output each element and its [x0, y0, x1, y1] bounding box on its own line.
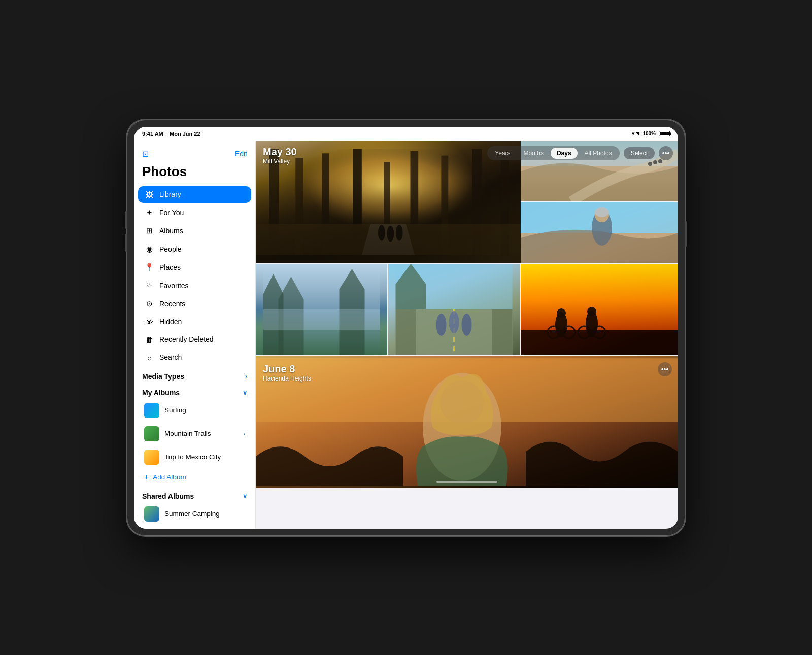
sidebar-item-label: People: [159, 245, 182, 253]
mountain-trails-thumbnail: [144, 426, 159, 441]
sidebar-header: ⊡ Edit: [134, 147, 255, 163]
sidebar-item-recently-deleted[interactable]: 🗑 Recently Deleted: [138, 331, 251, 348]
status-time: 9:41 AM Mon Jun 22: [142, 131, 200, 137]
mexico-thumbnail: [144, 450, 159, 465]
summer-camping-thumbnail: [144, 506, 159, 522]
album-surfing[interactable]: Surfing: [138, 399, 251, 422]
silhouette-cyclists-photo[interactable]: [521, 264, 678, 355]
album-summer-camping[interactable]: Summer Camping: [138, 503, 251, 525]
sidebar-item-label: Hidden: [159, 318, 182, 326]
power-button[interactable]: [685, 221, 687, 247]
mountain-trails-label: Mountain Trails: [164, 430, 238, 437]
sidebar-item-label: For You: [159, 209, 184, 217]
svg-rect-4: [353, 149, 361, 255]
shared-albums-label: Shared Albums: [142, 492, 194, 500]
sidebar-item-label: Albums: [159, 227, 183, 235]
ipad-frame: 9:41 AM Mon Jun 22 ▾ ◥ 100% ⊡ Edit P: [127, 120, 685, 536]
edit-button[interactable]: Edit: [235, 150, 247, 158]
select-button[interactable]: Select: [624, 147, 655, 159]
sidebar-item-label: Recents: [159, 300, 185, 308]
sidebar-item-library[interactable]: 🖼 Library: [138, 186, 251, 203]
media-types-section-header[interactable]: Media Types ›: [134, 366, 255, 383]
sidebar-toggle-icon[interactable]: ⊡: [142, 149, 149, 159]
battery-icon: [659, 131, 670, 136]
library-icon: 🖼: [144, 190, 154, 199]
status-indicators: ▾ ◥ 100%: [632, 131, 670, 136]
photo-grid[interactable]: May 30 Mill Valley Years Months Days All…: [256, 141, 678, 529]
sidebar-title: Photos: [134, 163, 255, 186]
svg-point-14: [396, 225, 403, 240]
volume-up-button[interactable]: [125, 211, 127, 229]
favorites-icon: ♡: [144, 281, 154, 290]
media-types-label: Media Types: [142, 372, 184, 381]
shared-albums-section-header[interactable]: Shared Albums ∨: [134, 486, 255, 502]
album-sarahs-baby[interactable]: Sarah's Baby Shower: [138, 526, 251, 529]
recents-icon: ⊙: [144, 299, 154, 308]
surfing-thumbnail: [144, 403, 159, 418]
svg-rect-6: [411, 151, 419, 254]
add-album-label: Add Album: [153, 473, 186, 481]
svg-rect-10: [256, 224, 521, 255]
svg-point-31: [436, 314, 447, 336]
my-albums-section-header[interactable]: My Albums ∨: [134, 383, 255, 399]
add-album-button[interactable]: + Add Album: [138, 469, 251, 486]
sidebar-item-hidden[interactable]: 👁 Hidden: [138, 314, 251, 330]
svg-rect-7: [441, 155, 448, 255]
may30-section: May 30 Mill Valley Years Months Days All…: [256, 141, 678, 355]
portrait-photo: [256, 356, 678, 488]
sidebar-item-search[interactable]: ⌕ Search: [138, 349, 251, 366]
trash-icon: 🗑: [144, 335, 154, 344]
more-options-button[interactable]: •••: [659, 146, 673, 160]
cyclists-road-photo[interactable]: [388, 264, 520, 355]
mexico-label: Trip to Mexico City: [164, 453, 245, 461]
svg-point-12: [378, 225, 385, 240]
sidebar-item-albums[interactable]: ⊞ Albums: [138, 222, 251, 239]
time-filter-group: Years Months Days All Photos: [487, 146, 619, 160]
for-you-icon: ✦: [144, 208, 154, 217]
june8-more-button[interactable]: •••: [658, 362, 672, 376]
sidebar-item-recents[interactable]: ⊙ Recents: [138, 295, 251, 313]
top-toolbar: Years Months Days All Photos Select •••: [487, 146, 673, 160]
album-mexico-city[interactable]: Trip to Mexico City: [138, 446, 251, 468]
wifi-icon: ▾ ◥: [632, 131, 640, 136]
svg-point-18: [653, 160, 657, 164]
svg-rect-26: [263, 309, 380, 330]
sidebar-item-people[interactable]: ◉ People: [138, 240, 251, 258]
add-icon: +: [144, 473, 149, 482]
surfing-label: Surfing: [164, 406, 245, 414]
hidden-icon: 👁: [144, 318, 154, 326]
status-bar: 9:41 AM Mon Jun 22 ▾ ◥ 100%: [134, 127, 678, 141]
content-area: May 30 Mill Valley Years Months Days All…: [256, 141, 678, 529]
filter-days[interactable]: Days: [551, 148, 578, 159]
sidebar: ⊡ Edit Photos 🖼 Library ✦ For You ⊞ Albu…: [134, 141, 256, 529]
svg-rect-3: [322, 153, 329, 255]
svg-marker-11: [362, 224, 415, 255]
filter-years[interactable]: Years: [489, 148, 516, 159]
summer-camping-label: Summer Camping: [164, 510, 245, 518]
june8-section[interactable]: June 8 Hacienda Heights •••: [256, 356, 678, 488]
filter-all-photos[interactable]: All Photos: [579, 148, 618, 159]
volume-down-button[interactable]: [125, 234, 127, 252]
sidebar-item-label: Favorites: [159, 282, 189, 290]
may30-date-label: May 30 Mill Valley: [263, 146, 297, 165]
bottom-photo-row: [256, 264, 678, 355]
search-icon: ⌕: [144, 353, 154, 362]
svg-point-24: [595, 207, 609, 217]
battery-percent: 100%: [642, 131, 656, 136]
cyclist-solo-photo[interactable]: [521, 202, 678, 263]
album-mountain-trails[interactable]: Mountain Trails ›: [138, 423, 251, 445]
ipad-screen: 9:41 AM Mon Jun 22 ▾ ◥ 100% ⊡ Edit P: [134, 127, 678, 529]
albums-icon: ⊞: [144, 226, 154, 235]
sidebar-item-label: Recently Deleted: [159, 335, 214, 343]
misty-forest-photo[interactable]: [256, 264, 387, 355]
svg-point-32: [449, 311, 459, 333]
sidebar-item-favorites[interactable]: ♡ Favorites: [138, 277, 251, 294]
scroll-indicator: [436, 481, 497, 483]
svg-point-39: [587, 307, 596, 316]
svg-rect-8: [472, 149, 482, 255]
filter-months[interactable]: Months: [518, 148, 550, 159]
svg-point-33: [462, 314, 472, 336]
sidebar-item-places[interactable]: 📍 Places: [138, 259, 251, 276]
svg-rect-35: [521, 330, 678, 355]
sidebar-item-for-you[interactable]: ✦ For You: [138, 204, 251, 221]
